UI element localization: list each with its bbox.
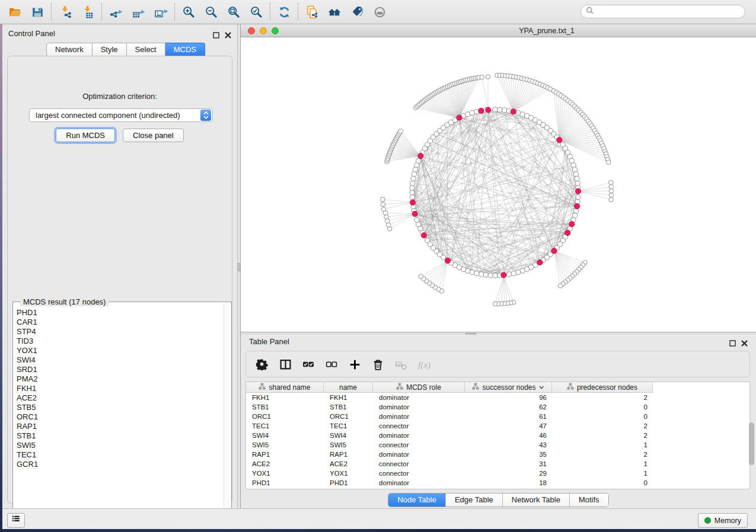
criterion-dropdown[interactable]: largest connected component (undirected) (29, 108, 213, 122)
column-header-successor-nodes[interactable]: successor nodes (465, 382, 552, 393)
cell-MCDS-role: connector (373, 459, 465, 469)
gear-icon[interactable] (256, 358, 269, 371)
uncheck-all-icon[interactable] (325, 358, 338, 371)
mcds-result-item[interactable]: ACE2 (14, 393, 221, 403)
mcds-result-item[interactable]: GCR1 (14, 460, 221, 469)
check-all-icon[interactable] (302, 358, 315, 371)
fx-icon: f(x) (417, 358, 430, 371)
zoom-traffic-light[interactable] (272, 27, 279, 34)
mcds-result-list[interactable]: PHD1CAR1STP4TID3YOX1SWI4SRD1PMA2FKH1ACE2… (14, 308, 221, 520)
table-row[interactable]: ACE2ACE2connector311 (246, 459, 749, 469)
table-tab-group: Node TableEdge TableNetwork TableMotifs (388, 493, 608, 507)
minimize-traffic-light[interactable] (260, 27, 267, 34)
tab-node-table[interactable]: Node Table (388, 493, 445, 507)
result-list-scrollbar[interactable] (224, 303, 231, 521)
export-table-icon[interactable] (130, 4, 146, 20)
zoom-in-icon[interactable] (181, 4, 196, 20)
mcds-result-item[interactable]: PMA2 (14, 374, 221, 384)
show-panels-button[interactable] (7, 513, 25, 528)
float-icon[interactable] (213, 30, 219, 37)
control-panel-window-buttons (213, 30, 231, 37)
toolbar-group (298, 3, 393, 21)
tab-mcds[interactable]: MCDS (165, 43, 205, 57)
home-icon[interactable] (327, 4, 342, 20)
tab-edge-table[interactable]: Edge Table (445, 493, 502, 507)
zoom-fit-icon[interactable] (226, 4, 241, 20)
mcds-result-item[interactable]: STB5 (14, 403, 221, 412)
hide-label-icon[interactable] (349, 4, 365, 20)
float-icon[interactable] (729, 338, 736, 345)
export-image-icon[interactable] (153, 4, 168, 20)
toolbar-group (102, 3, 175, 21)
tab-network-table[interactable]: Network Table (502, 493, 569, 507)
network-window-titlebar[interactable]: YPA_prune.txt_1 (241, 24, 756, 37)
table-row[interactable]: YOX1YOX1connector291 (246, 469, 749, 478)
mcds-result-item[interactable]: SWI5 (14, 441, 221, 450)
mcds-result-item[interactable]: TEC1 (14, 450, 221, 460)
column-type-icon (396, 383, 403, 392)
table-header-row: shared namenameMCDS rolesuccessor nodesp… (246, 382, 749, 393)
cell-predecessor-nodes: 0 (552, 478, 653, 488)
table-row[interactable]: PHD1PHD1dominator180 (246, 478, 749, 488)
table-row[interactable]: SWI4SWI4dominator462 (246, 431, 749, 440)
mcds-result-item[interactable]: CAR1 (14, 318, 221, 327)
tab-select[interactable]: Select (127, 43, 165, 57)
mcds-result-item[interactable]: STP4 (14, 327, 221, 336)
mcds-result-item[interactable]: YOX1 (14, 346, 221, 355)
tab-network[interactable]: Network (46, 43, 92, 57)
import-network-icon[interactable] (58, 4, 73, 20)
column-header-MCDS-role[interactable]: MCDS role (373, 382, 465, 393)
table-row[interactable]: STB1STB1dominator620 (246, 402, 749, 412)
export-network-icon[interactable] (108, 4, 123, 20)
memory-button[interactable]: Memory (698, 513, 748, 528)
refresh-icon[interactable] (276, 4, 292, 20)
table-scrollbar[interactable] (749, 383, 754, 488)
scrollbar-thumb[interactable] (749, 422, 754, 465)
mcds-result-item[interactable]: PHD1 (14, 308, 221, 318)
close-icon[interactable] (741, 338, 748, 345)
save-icon[interactable] (30, 4, 45, 20)
mcds-result-item[interactable]: STB1 (14, 431, 221, 441)
mcds-result-item[interactable]: SRD1 (14, 365, 221, 374)
control-panel-tabs: NetworkStyleSelectMCDS (46, 43, 205, 56)
cell-successor-nodes: 96 (465, 393, 552, 402)
network-canvas[interactable] (241, 37, 756, 332)
clone-network-icon[interactable] (304, 4, 320, 20)
tab-style[interactable]: Style (92, 43, 127, 57)
search-box[interactable] (580, 5, 745, 18)
mcds-result-item[interactable]: FKH1 (14, 384, 221, 393)
import-table-icon[interactable] (80, 4, 95, 20)
column-header-name[interactable]: name (324, 382, 373, 393)
cell-successor-nodes: 61 (465, 412, 552, 421)
columns-icon[interactable] (279, 358, 292, 371)
mcds-result-item[interactable]: RAP1 (14, 422, 221, 431)
close-panel-button[interactable]: Close panel (123, 129, 184, 142)
table-row[interactable]: FKH1FKH1dominator962 (246, 393, 749, 402)
add-icon[interactable] (348, 358, 361, 371)
delete-icon[interactable] (371, 358, 384, 371)
column-header-predecessor-nodes[interactable]: predecessor nodes (552, 382, 653, 393)
tab-motifs[interactable]: Motifs (569, 493, 608, 507)
mcds-result-item[interactable]: TID3 (14, 336, 221, 346)
eye-icon[interactable] (372, 4, 387, 20)
close-traffic-light[interactable] (248, 27, 255, 34)
column-header-shared-name[interactable]: shared name (246, 382, 324, 393)
splitter-grip[interactable] (238, 263, 240, 271)
table-row[interactable]: RAP1RAP1dominator352 (246, 450, 749, 459)
run-mcds-button[interactable]: Run MCDS (56, 129, 115, 142)
network-graph[interactable] (241, 37, 756, 332)
cell-MCDS-role: connector (373, 440, 465, 450)
zoom-out-icon[interactable] (203, 4, 219, 20)
table-panel-title: Table Panel (249, 337, 289, 346)
table-row[interactable]: SWI5SWI5connector431 (246, 440, 749, 450)
zoom-selected-icon[interactable] (248, 4, 264, 20)
table-row[interactable]: ORC1ORC1dominator610 (246, 412, 749, 421)
cell-MCDS-role: dominator (373, 402, 465, 412)
cell-MCDS-role: connector (373, 469, 465, 478)
mcds-result-item[interactable]: SWI4 (14, 355, 221, 365)
search-input[interactable] (594, 6, 745, 18)
open-folder-icon[interactable] (7, 4, 23, 20)
table-row[interactable]: TEC1TEC1connector472 (246, 421, 749, 431)
mcds-result-item[interactable]: ORC1 (14, 412, 221, 422)
close-icon[interactable] (225, 30, 231, 37)
